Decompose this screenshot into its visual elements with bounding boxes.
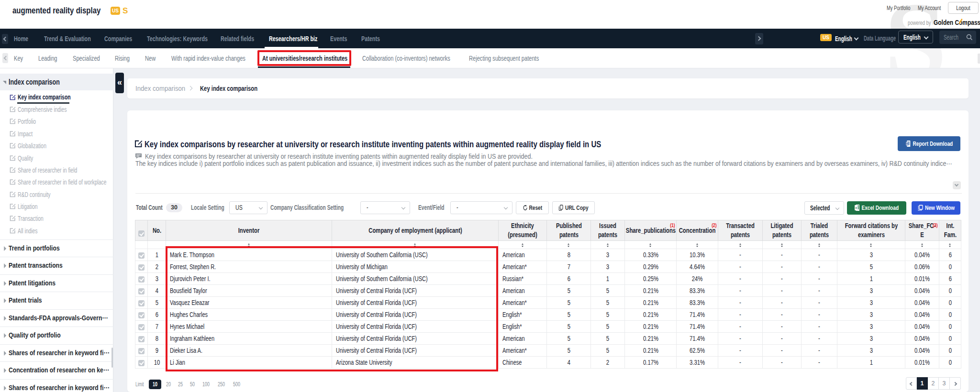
- svg-text:x: x: [856, 206, 857, 210]
- svg-text:W: W: [906, 142, 908, 145]
